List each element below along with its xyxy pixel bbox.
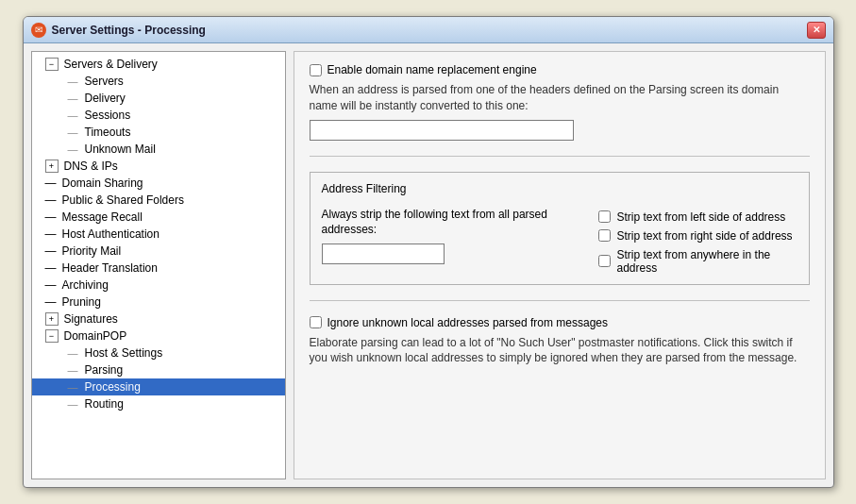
enable-domain-row: Enable domain name replacement engine — [310, 63, 810, 76]
tree-item-domain-sharing[interactable]: —Domain Sharing — [32, 175, 285, 192]
leaf-spacer: — — [45, 193, 59, 207]
enable-domain-checkbox[interactable] — [310, 64, 322, 76]
tree-label-pruning: Pruning — [62, 295, 101, 309]
tree-panel: −Servers & Delivery—Servers—Delivery—Ses… — [31, 51, 286, 479]
tree-item-domainpop[interactable]: −DomainPOP — [32, 328, 285, 344]
tree-label-signatures: Signatures — [64, 312, 118, 326]
leaf-dash: — — [68, 364, 81, 376]
leaf-dash: — — [68, 92, 81, 104]
tree-item-message-recall[interactable]: —Message Recall — [32, 209, 285, 226]
tree-label-header-translation: Header Translation — [62, 261, 158, 275]
leaf-spacer: — — [45, 176, 59, 190]
strip-anywhere-label: Strip text from anywhere in the address — [616, 248, 797, 275]
ignore-unknown-checkbox[interactable] — [310, 316, 322, 328]
domain-replacement-input[interactable] — [310, 120, 574, 141]
tree-label-delivery: Delivery — [85, 92, 126, 105]
tree-expander-servers-delivery[interactable]: − — [45, 58, 59, 71]
strip-right-row: Strip text from right side of address — [598, 229, 797, 243]
tree-label-parsing: Parsing — [85, 363, 124, 377]
ignore-unknown-section: Ignore unknown local addresses parsed fr… — [310, 316, 810, 367]
close-button[interactable]: ✕ — [807, 22, 826, 39]
tree-item-processing[interactable]: —Processing — [32, 378, 285, 395]
tree-item-public-shared[interactable]: —Public & Shared Folders — [32, 192, 285, 209]
content-panel: Enable domain name replacement engine Wh… — [294, 51, 826, 479]
tree-label-timeouts: Timeouts — [85, 126, 131, 139]
leaf-spacer: — — [45, 295, 59, 309]
strip-left-label: Strip text from left side of address — [616, 210, 785, 224]
tree-label-priority: Priority Mail — [62, 244, 122, 258]
tree-label-processing: Processing — [85, 380, 141, 394]
address-filtering-title: Address Filtering — [322, 182, 797, 195]
ignore-unknown-row: Ignore unknown local addresses parsed fr… — [310, 316, 810, 329]
strip-text-input[interactable] — [322, 244, 445, 264]
address-filtering-content: Always strip the following text from all… — [322, 207, 797, 275]
strip-left-col: Always strip the following text from all… — [322, 207, 584, 265]
window-title: Server Settings - Processing — [52, 24, 801, 37]
tree-label-host-settings: Host & Settings — [85, 346, 163, 360]
tree-item-servers[interactable]: —Servers — [32, 73, 285, 90]
tree-item-signatures[interactable]: +Signatures — [32, 311, 285, 328]
leaf-spacer: — — [45, 227, 59, 241]
tree-item-priority[interactable]: —Priority Mail — [32, 243, 285, 260]
divider-2 — [310, 300, 810, 301]
strip-anywhere-checkbox[interactable] — [598, 255, 611, 267]
strip-right-label: Strip text from right side of address — [616, 229, 792, 243]
divider-1 — [310, 156, 810, 157]
strip-left-checkbox[interactable] — [598, 210, 611, 223]
leaf-dash: — — [68, 143, 81, 155]
tree-item-routing[interactable]: —Routing — [32, 395, 285, 412]
tree-label-servers-delivery: Servers & Delivery — [64, 58, 158, 71]
tree-item-header-translation[interactable]: —Header Translation — [32, 260, 285, 277]
tree-item-dns-ips[interactable]: +DNS & IPs — [32, 158, 285, 175]
title-bar: ✉ Server Settings - Processing ✕ — [24, 17, 833, 43]
tree-item-pruning[interactable]: —Pruning — [32, 294, 285, 311]
tree-label-domainpop: DomainPOP — [64, 329, 127, 343]
tree-label-dns-ips: DNS & IPs — [64, 160, 118, 173]
tree-item-host-auth[interactable]: —Host Authentication — [32, 226, 285, 243]
leaf-spacer: — — [45, 244, 59, 258]
leaf-dash: — — [68, 126, 81, 138]
tree-label-public-shared: Public & Shared Folders — [62, 193, 184, 207]
tree-label-archiving: Archiving — [62, 278, 109, 292]
tree-item-parsing[interactable]: —Parsing — [32, 361, 285, 378]
tree-item-delivery[interactable]: —Delivery — [32, 90, 285, 107]
tree-label-host-auth: Host Authentication — [62, 227, 159, 241]
leaf-dash: — — [68, 109, 81, 121]
tree-label-unknown-mail: Unknown Mail — [85, 143, 156, 156]
tree-item-sessions[interactable]: —Sessions — [32, 107, 285, 124]
ignore-unknown-label: Ignore unknown local addresses parsed fr… — [327, 316, 609, 329]
tree-item-unknown-mail[interactable]: —Unknown Mail — [32, 141, 285, 158]
tree-label-domain-sharing: Domain Sharing — [62, 176, 143, 190]
address-filtering-box: Address Filtering Always strip the follo… — [310, 172, 810, 285]
tree-expander-dns-ips[interactable]: + — [45, 160, 59, 173]
tree-label-message-recall: Message Recall — [62, 210, 143, 224]
domain-replacement-section: Enable domain name replacement engine Wh… — [310, 63, 810, 141]
strip-label: Always strip the following text from all… — [322, 207, 584, 239]
leaf-dash: — — [68, 381, 81, 393]
tree-item-host-settings[interactable]: —Host & Settings — [32, 344, 285, 361]
main-window: ✉ Server Settings - Processing ✕ −Server… — [23, 16, 834, 488]
leaf-dash: — — [68, 398, 81, 410]
tree-item-archiving[interactable]: —Archiving — [32, 277, 285, 294]
strip-right-checkbox[interactable] — [598, 229, 611, 242]
leaf-dash: — — [68, 347, 81, 359]
tree-label-sessions: Sessions — [85, 109, 131, 122]
tree-expander-domainpop[interactable]: − — [45, 329, 59, 343]
leaf-spacer: — — [45, 278, 59, 292]
strip-anywhere-row: Strip text from anywhere in the address — [598, 248, 797, 275]
strip-left-row: Strip text from left side of address — [598, 210, 797, 224]
window-body: −Servers & Delivery—Servers—Delivery—Ses… — [24, 43, 833, 487]
tree-label-servers: Servers — [85, 75, 124, 88]
leaf-spacer: — — [45, 261, 59, 275]
strip-right-col: Strip text from left side of address Str… — [598, 207, 797, 275]
ignore-description: Elaborate parsing can lead to a lot of "… — [310, 335, 810, 367]
enable-domain-label: Enable domain name replacement engine — [327, 63, 537, 76]
leaf-spacer: — — [45, 210, 59, 224]
tree-label-routing: Routing — [85, 397, 124, 411]
tree-item-timeouts[interactable]: —Timeouts — [32, 124, 285, 141]
tree-expander-signatures[interactable]: + — [45, 312, 59, 326]
leaf-dash: — — [68, 76, 81, 87]
domain-description: When an address is parsed from one of th… — [310, 82, 810, 114]
tree-item-servers-delivery[interactable]: −Servers & Delivery — [32, 56, 285, 73]
app-icon: ✉ — [31, 23, 46, 38]
